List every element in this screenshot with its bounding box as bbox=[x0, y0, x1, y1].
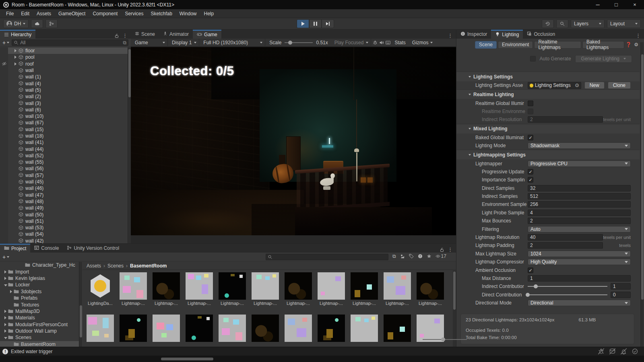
asset-item[interactable] bbox=[318, 315, 345, 342]
lock-icon[interactable] bbox=[440, 247, 444, 252]
layers-dropdown[interactable]: Layers bbox=[571, 19, 605, 28]
visibility-gutter[interactable] bbox=[0, 126, 8, 133]
asset-item[interactable] bbox=[285, 315, 312, 342]
cloud-services-button[interactable] bbox=[31, 19, 43, 28]
search-button[interactable] bbox=[556, 19, 568, 28]
undo-history-button[interactable] bbox=[542, 19, 554, 28]
notifications-disabled-icon[interactable] bbox=[620, 348, 627, 354]
breadcrumb-basementroom[interactable]: BasementRoom bbox=[130, 263, 167, 269]
expand-arrow-icon[interactable] bbox=[9, 290, 14, 293]
asset-item[interactable]: Lightmap-... bbox=[351, 272, 378, 306]
visibility-gutter[interactable] bbox=[0, 113, 8, 119]
search-picker-icon[interactable]: ⧉ bbox=[392, 253, 396, 259]
visibility-gutter[interactable] bbox=[0, 231, 8, 237]
play-focused-dropdown[interactable]: Play Focused bbox=[332, 39, 372, 47]
field-indirect-samples[interactable]: 512 bbox=[528, 193, 631, 200]
asset-item[interactable]: Lightmap-... bbox=[186, 272, 213, 306]
subtab-environment[interactable]: Environment bbox=[498, 41, 533, 49]
alert-icon[interactable] bbox=[418, 254, 423, 259]
tab-inspector[interactable]: Inspector bbox=[456, 30, 491, 39]
debugger-disabled-icon[interactable] bbox=[598, 348, 605, 354]
visibility-gutter[interactable] bbox=[0, 179, 8, 185]
hierarchy-item[interactable]: wall (1) bbox=[0, 74, 128, 80]
field-max-distance[interactable]: 1 bbox=[528, 275, 631, 282]
maximize-button[interactable]: □ bbox=[607, 0, 625, 9]
folder-item[interactable]: BasementRoom bbox=[0, 341, 82, 347]
hierarchy-item[interactable]: wall (51) bbox=[0, 218, 128, 224]
asset-item[interactable]: Lightmap-... bbox=[120, 272, 147, 306]
slider-handle[interactable] bbox=[526, 293, 530, 297]
folder-item[interactable]: Scenes bbox=[0, 334, 82, 341]
project-search-input[interactable] bbox=[266, 254, 388, 260]
hierarchy-item[interactable]: wall (55) bbox=[0, 159, 128, 165]
hierarchy-item[interactable]: wall (49) bbox=[0, 205, 128, 211]
close-button[interactable]: × bbox=[625, 0, 644, 9]
hierarchy-item[interactable]: wall (56) bbox=[0, 165, 128, 172]
checkbox-realtime-global-illumir[interactable] bbox=[528, 101, 533, 106]
visibility-gutter[interactable] bbox=[0, 218, 8, 224]
breadcrumb-scenes[interactable]: Scenes bbox=[107, 263, 124, 269]
generate-lighting-button[interactable]: Generate Lighting bbox=[575, 55, 632, 63]
hierarchy-item[interactable]: wall (67) bbox=[0, 119, 128, 126]
menu-item-assets[interactable]: Assets bbox=[33, 9, 55, 18]
hierarchy-item[interactable]: wall (42) bbox=[0, 238, 128, 243]
visibility-gutter[interactable] bbox=[0, 139, 8, 146]
hierarchy-item[interactable]: floor bbox=[0, 47, 128, 54]
visibility-gutter[interactable] bbox=[0, 198, 8, 205]
asset-item[interactable] bbox=[252, 315, 279, 342]
gear-icon[interactable]: ⚙ bbox=[634, 42, 638, 47]
tab-scene[interactable]: Scene bbox=[131, 30, 159, 39]
search-by-label-icon[interactable] bbox=[409, 254, 414, 259]
expand-arrow-icon[interactable] bbox=[3, 284, 8, 286]
asset-item[interactable] bbox=[219, 315, 246, 342]
expand-arrow-icon[interactable] bbox=[3, 329, 8, 333]
folder-item[interactable]: MallMap3D bbox=[0, 308, 82, 315]
menu-item-sketchfab[interactable]: Sketchfab bbox=[147, 9, 175, 18]
version-control-button[interactable] bbox=[45, 19, 58, 28]
hierarchy-item[interactable]: pool bbox=[0, 54, 128, 60]
lighting-scrollbar[interactable] bbox=[640, 42, 644, 347]
field-environment-sample[interactable]: 256 bbox=[528, 201, 631, 208]
hierarchy-item[interactable]: wall (10) bbox=[0, 113, 128, 119]
visibility-gutter[interactable] bbox=[0, 100, 8, 106]
status-ok-icon[interactable] bbox=[632, 348, 638, 354]
tab-animator[interactable]: Animator bbox=[159, 30, 193, 39]
asset-item[interactable] bbox=[384, 315, 411, 342]
expand-arrow-icon[interactable] bbox=[13, 49, 19, 52]
menu-item-edit[interactable]: Edit bbox=[17, 9, 33, 18]
subtab-baked-lightmaps[interactable]: Baked Lightmaps bbox=[582, 41, 624, 49]
hierarchy-item[interactable]: wall (44) bbox=[0, 146, 128, 152]
hierarchy-search-input[interactable]: All ⧉ bbox=[12, 39, 128, 46]
account-dropdown[interactable]: DH bbox=[3, 19, 29, 28]
visibility-gutter[interactable] bbox=[0, 224, 8, 231]
field-lightmap-resolution[interactable]: 40 bbox=[528, 234, 603, 241]
hierarchy-item[interactable]: wall (2) bbox=[0, 93, 128, 100]
tab-lighting[interactable]: Lighting bbox=[491, 30, 523, 39]
expand-arrow-icon[interactable] bbox=[13, 62, 19, 66]
layout-dropdown[interactable]: Layout bbox=[607, 19, 641, 28]
slider-value-field[interactable]: 1 bbox=[611, 283, 631, 290]
visibility-gutter[interactable] bbox=[0, 67, 8, 74]
hierarchy-item[interactable]: wall bbox=[0, 67, 128, 74]
auto-generate-checkbox[interactable] bbox=[530, 56, 536, 62]
create-asset-button[interactable]: + bbox=[2, 254, 9, 260]
panel-menu-icon[interactable]: ⋮ bbox=[448, 33, 453, 39]
lock-icon[interactable] bbox=[114, 33, 119, 38]
field-max-bounces[interactable]: 2 bbox=[528, 218, 631, 224]
object-field-lighting-settings[interactable]: Lighting Settings⊙ bbox=[528, 82, 581, 89]
slider-direct-contribution[interactable] bbox=[528, 294, 607, 295]
section-header-realtime-lighting[interactable]: Realtime Lighting bbox=[456, 89, 640, 99]
field-indirect-resolution[interactable]: 2 bbox=[528, 116, 603, 123]
hierarchy-item[interactable]: wall (52) bbox=[0, 152, 128, 159]
hierarchy-item[interactable]: wall (46) bbox=[0, 185, 128, 191]
menu-item-services[interactable]: Services bbox=[121, 9, 147, 18]
checkbox-baked-global-illuminat[interactable]: ✓ bbox=[528, 135, 533, 140]
favorites-star-icon[interactable] bbox=[427, 254, 431, 259]
hierarchy-item[interactable]: wall (18) bbox=[0, 133, 128, 139]
asset-item[interactable] bbox=[351, 315, 378, 342]
field-lightmap-padding[interactable]: 2 bbox=[528, 242, 603, 249]
asset-item[interactable]: Lightmap-... bbox=[285, 272, 312, 306]
dropdown-lightmap-compressior[interactable]: High Quality bbox=[528, 259, 631, 265]
menu-item-gameobject[interactable]: GameObject bbox=[55, 9, 89, 18]
cache-disabled-icon[interactable] bbox=[609, 348, 616, 354]
